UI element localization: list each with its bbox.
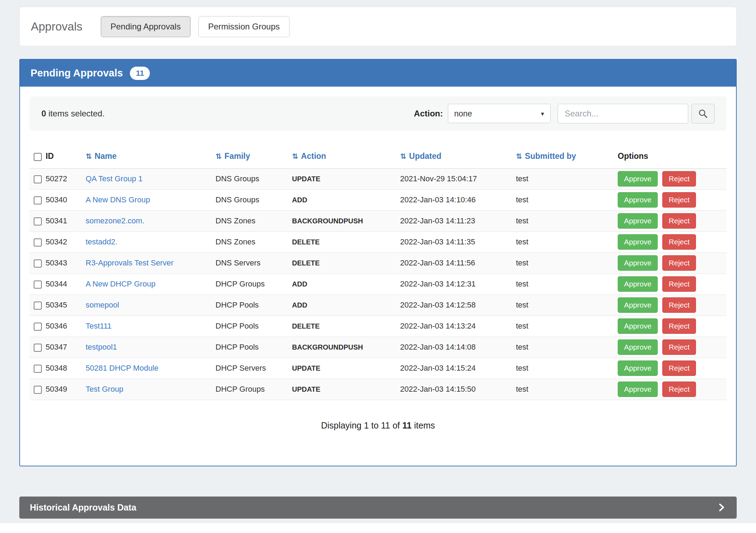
row-checkbox[interactable] xyxy=(34,365,42,373)
cell-id: 50272 xyxy=(46,168,86,189)
approve-button[interactable]: Approve xyxy=(618,276,658,292)
cell-family: DHCP Groups xyxy=(215,274,292,295)
column-header-submitted-by[interactable]: ⇅Submitted by xyxy=(516,144,618,168)
approval-name-link[interactable]: A New DHCP Group xyxy=(86,279,155,288)
reject-button[interactable]: Reject xyxy=(662,171,696,187)
row-checkbox[interactable] xyxy=(34,259,42,268)
cell-submitted-by: test xyxy=(516,168,618,189)
approve-button[interactable]: Approve xyxy=(618,339,658,355)
cell-name: A New DNS Group xyxy=(86,189,215,210)
reject-button[interactable]: Reject xyxy=(662,276,696,292)
footer-prefix: Displaying 1 to 11 of xyxy=(321,420,400,430)
approve-button[interactable]: Approve xyxy=(618,382,658,397)
page-title: Approvals xyxy=(31,20,82,33)
cell-submitted-by: test xyxy=(516,231,618,252)
row-checkbox[interactable] xyxy=(34,386,42,394)
tab-pending-approvals[interactable]: Pending Approvals xyxy=(101,16,191,37)
approval-name-link[interactable]: somepool xyxy=(86,301,119,309)
approve-button[interactable]: Approve xyxy=(618,255,658,271)
approval-name-link[interactable]: R3-Approvals Test Server xyxy=(86,258,173,267)
approvals-table: ID ⇅Name ⇅Family ⇅Action ⇅Updated ⇅Submi… xyxy=(29,144,727,400)
approval-name-link[interactable]: somezone2.com. xyxy=(86,216,145,225)
row-checkbox[interactable] xyxy=(34,217,42,225)
approval-name-link[interactable]: Test Group xyxy=(86,385,124,393)
select-all-cell xyxy=(29,144,46,168)
cell-updated: 2022-Jan-03 14:14:08 xyxy=(400,337,516,358)
column-header-family[interactable]: ⇅Family xyxy=(215,144,292,168)
cell-options: Approve Reject xyxy=(618,295,727,316)
cell-updated: 2021-Nov-29 15:04:17 xyxy=(400,168,516,189)
cell-submitted-by: test xyxy=(516,337,618,358)
row-checkbox-cell xyxy=(29,337,46,358)
approval-name-link[interactable]: QA Test Group 1 xyxy=(86,174,142,183)
cell-options: Approve Reject xyxy=(618,210,727,231)
sort-icon: ⇅ xyxy=(215,152,222,160)
reject-button[interactable]: Reject xyxy=(662,192,696,208)
cell-id: 50342 xyxy=(46,231,86,252)
cell-options: Approve Reject xyxy=(618,337,727,358)
row-checkbox[interactable] xyxy=(34,281,42,289)
table-row: 50340 A New DNS Group DNS Groups ADD 202… xyxy=(29,189,727,210)
column-header-name[interactable]: ⇅Name xyxy=(86,144,215,168)
row-checkbox[interactable] xyxy=(34,196,42,204)
approval-name-link[interactable]: 50281 DHCP Module xyxy=(86,364,159,372)
cell-action: UPDATE xyxy=(292,358,400,379)
cell-family: DNS Zones xyxy=(215,231,292,252)
cell-name: Test111 xyxy=(86,316,215,337)
action-select[interactable]: none xyxy=(448,104,551,123)
approval-name-link[interactable]: testadd2. xyxy=(86,237,118,246)
reject-button[interactable]: Reject xyxy=(662,255,696,271)
cell-options: Approve Reject xyxy=(618,316,727,337)
approve-button[interactable]: Approve xyxy=(618,360,658,376)
cell-action: DELETE xyxy=(292,316,400,337)
cell-family: DNS Servers xyxy=(215,252,292,274)
table-row: 50346 Test111 DHCP Pools DELETE 2022-Jan… xyxy=(29,316,727,337)
approve-button[interactable]: Approve xyxy=(618,213,658,229)
table-row: 50349 Test Group DHCP Groups UPDATE 2022… xyxy=(29,379,727,400)
cell-action: BACKGROUNDPUSH xyxy=(292,337,400,358)
search-input[interactable] xyxy=(558,104,688,123)
cell-action: DELETE xyxy=(292,252,400,274)
row-checkbox[interactable] xyxy=(34,323,42,331)
reject-button[interactable]: Reject xyxy=(662,318,696,334)
historical-approvals-bar[interactable]: Historical Approvals Data xyxy=(19,497,737,519)
reject-button[interactable]: Reject xyxy=(662,339,696,355)
approve-button[interactable]: Approve xyxy=(618,297,658,313)
row-checkbox[interactable] xyxy=(34,302,42,310)
select-all-checkbox[interactable] xyxy=(34,153,42,161)
row-checkbox-cell xyxy=(29,295,46,316)
approval-name-link[interactable]: Test111 xyxy=(86,322,112,330)
cell-family: DNS Groups xyxy=(215,189,292,210)
historical-approvals-title: Historical Approvals Data xyxy=(30,502,136,513)
toolbar-right: Action: none ▼ xyxy=(414,104,715,123)
cell-updated: 2022-Jan-03 14:11:56 xyxy=(400,252,516,274)
approve-button[interactable]: Approve xyxy=(618,234,658,250)
tab-permission-groups[interactable]: Permission Groups xyxy=(198,16,290,37)
approve-button[interactable]: Approve xyxy=(618,318,658,334)
reject-button[interactable]: Reject xyxy=(662,213,696,229)
reject-button[interactable]: Reject xyxy=(662,360,696,376)
approve-button[interactable]: Approve xyxy=(618,192,658,208)
row-checkbox[interactable] xyxy=(34,175,42,183)
cell-name: A New DHCP Group xyxy=(86,274,215,295)
column-header-updated[interactable]: ⇅Updated xyxy=(400,144,516,168)
table-footer: Displaying 1 to 11 of 11 items xyxy=(29,400,727,466)
row-checkbox[interactable] xyxy=(34,344,42,352)
cell-action: UPDATE xyxy=(292,168,400,189)
cell-submitted-by: test xyxy=(516,379,618,400)
cell-options: Approve Reject xyxy=(618,274,727,295)
cell-updated: 2022-Jan-03 14:12:58 xyxy=(400,295,516,316)
approve-button[interactable]: Approve xyxy=(618,171,658,187)
reject-button[interactable]: Reject xyxy=(662,382,696,397)
column-header-action[interactable]: ⇅Action xyxy=(292,144,400,168)
reject-button[interactable]: Reject xyxy=(662,297,696,313)
selected-items-info: 0 items selected. xyxy=(41,109,105,119)
approval-name-link[interactable]: A New DNS Group xyxy=(86,195,150,204)
row-checkbox[interactable] xyxy=(34,238,42,247)
search-button[interactable] xyxy=(691,104,715,123)
table-row: 50342 testadd2. DNS Zones DELETE 2022-Ja… xyxy=(29,231,727,252)
approval-name-link[interactable]: testpool1 xyxy=(86,343,117,351)
reject-button[interactable]: Reject xyxy=(662,234,696,250)
sort-icon: ⇅ xyxy=(516,152,522,160)
top-bar: Approvals Pending Approvals Permission G… xyxy=(19,7,737,46)
